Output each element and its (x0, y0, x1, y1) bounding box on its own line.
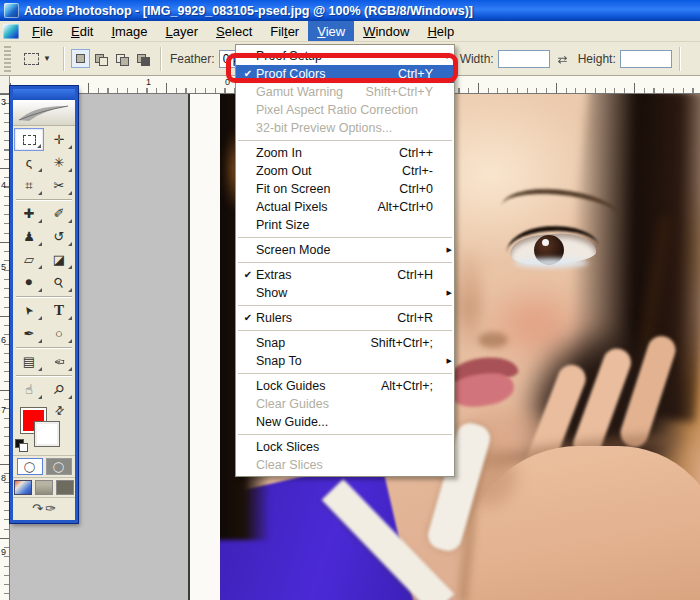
path-selection-tool[interactable]: ➤ (14, 299, 44, 322)
width-input[interactable] (498, 50, 550, 68)
view-menu-item-clear-guides[interactable]: Clear Guides (236, 395, 454, 413)
view-menu-item-new-guide[interactable]: New Guide... (236, 413, 454, 431)
menubar-item-edit[interactable]: Edit (62, 21, 102, 41)
dodge-tool[interactable]: ⚲ (44, 271, 74, 294)
zoom-tool[interactable]: ⚲ (44, 378, 74, 401)
menubar-item-view[interactable]: View (308, 21, 354, 41)
pen-tool[interactable]: ✒ (14, 322, 44, 345)
menu-item-label: Show (256, 284, 287, 302)
shape-tool[interactable]: ○ (44, 322, 74, 345)
view-menu-item-pixel-aspect-ratio-correction[interactable]: Pixel Aspect Ratio Correction (236, 101, 454, 119)
title-bar[interactable]: Adobe Photoshop - [IMG_9929_083105-psed.… (0, 0, 700, 21)
menu-item-label: Actual Pixels (256, 198, 328, 216)
blur-tool[interactable]: ⚫ (14, 271, 44, 294)
default-colors-icon[interactable] (15, 439, 27, 451)
menubar-item-file[interactable]: File (23, 21, 62, 41)
toolbox-title-bar[interactable] (13, 89, 75, 100)
color-swatches: ⇄ (13, 403, 75, 455)
imageready-button[interactable]: ↷ ✑ (13, 497, 75, 520)
add-to-selection-button[interactable] (92, 49, 111, 68)
submenu-arrow-icon: ▶ (443, 352, 452, 370)
standard-mode-button[interactable]: ◯ (17, 458, 43, 475)
ruler-number: 5 (1, 262, 6, 272)
magic-wand-tool-icon: ✳ (54, 156, 65, 169)
photoshop-feather-logo[interactable] (13, 100, 75, 126)
lasso-tool[interactable]: ς (14, 151, 44, 174)
view-menu-item-clear-slices[interactable]: Clear Slices (236, 456, 454, 474)
menu-item-label: Gamut Warning (256, 83, 343, 101)
ruler-number: 4 (1, 180, 6, 190)
menubar-item-layer[interactable]: Layer (157, 21, 208, 41)
photoshop-window: Adobe Photoshop - [IMG_9929_083105-psed.… (0, 0, 700, 600)
menu-item-label: Snap To (256, 352, 302, 370)
tool-group-separator (16, 199, 72, 200)
clone-stamp-tool[interactable]: ♟ (14, 225, 44, 248)
paint-bucket-tool[interactable]: ◪ (44, 248, 74, 271)
view-menu-item-lock-slices[interactable]: Lock Slices (236, 438, 454, 456)
swap-colors-icon[interactable]: ⇄ (52, 403, 68, 419)
view-menu-item-snap[interactable]: SnapShift+Ctrl+; (236, 334, 454, 352)
crop-tool[interactable]: ⌗ (14, 174, 44, 197)
background-color-swatch[interactable] (34, 421, 60, 447)
view-menu-item-zoom-out[interactable]: Zoom OutCtrl+- (236, 162, 454, 180)
menubar-item-select[interactable]: Select (207, 21, 261, 41)
view-menu-item-show[interactable]: Show▶ (236, 284, 454, 302)
options-bar-grip[interactable] (4, 46, 11, 72)
menu-item-shortcut: Ctrl+R (397, 309, 443, 327)
menu-item-label: Zoom In (256, 144, 302, 162)
view-menu-item-screen-mode[interactable]: Screen Mode▶ (236, 241, 454, 259)
shape-tool-icon: ○ (55, 327, 63, 340)
hand-tool[interactable]: ☝ (14, 378, 44, 401)
slice-tool-icon: ✂ (54, 179, 65, 192)
new-selection-button[interactable] (71, 49, 90, 68)
menu-item-label: Extras (256, 266, 291, 284)
view-menu-item-print-size[interactable]: Print Size (236, 216, 454, 234)
eraser-tool[interactable]: ▱ (14, 248, 44, 271)
vertical-ruler[interactable]: 3456789 (0, 94, 10, 600)
view-menu-item-fit-on-screen[interactable]: Fit on ScreenCtrl+0 (236, 180, 454, 198)
menu-item-shortcut: Ctrl+- (402, 162, 443, 180)
menubar-item-help[interactable]: Help (418, 21, 463, 41)
swap-width-height-icon[interactable]: ⇄ (558, 52, 568, 65)
view-menu-item-zoom-in[interactable]: Zoom InCtrl++ (236, 144, 454, 162)
hand-tool-icon: ☝ (25, 383, 33, 396)
menubar-item-image[interactable]: Image (102, 21, 156, 41)
menu-item-label: Pixel Aspect Ratio Correction (256, 101, 418, 119)
chevron-down-icon[interactable]: ▼ (43, 54, 51, 63)
view-menu-item-extras[interactable]: ✔ExtrasCtrl+H (236, 266, 454, 284)
eyedropper-tool[interactable]: ✑ (44, 350, 74, 373)
quick-mask-mode-button[interactable]: ◯ (46, 458, 72, 475)
menu-item-label: Clear Guides (256, 395, 329, 413)
menu-item-shortcut: Ctrl+H (397, 266, 443, 284)
magic-wand-tool[interactable]: ✳ (44, 151, 74, 174)
menu-item-label: Print Size (256, 216, 310, 234)
intersect-selection-button[interactable] (134, 49, 153, 68)
notes-tool-icon: ▤ (23, 355, 35, 368)
tool-preset-picker[interactable]: ▼ (19, 51, 56, 67)
view-menu-item-rulers[interactable]: ✔RulersCtrl+R (236, 309, 454, 327)
view-menu-item-actual-pixels[interactable]: Actual PixelsAlt+Ctrl+0 (236, 198, 454, 216)
move-tool[interactable]: ✛ (44, 128, 74, 151)
notes-tool[interactable]: ▤ (14, 350, 44, 373)
slice-tool[interactable]: ✂ (44, 174, 74, 197)
brush-tool[interactable]: ✐ (44, 202, 74, 225)
menubar-item-filter[interactable]: Filter (261, 21, 308, 41)
height-input[interactable] (620, 50, 672, 68)
fullscreen-mode-button[interactable] (56, 480, 74, 495)
divider (160, 47, 161, 71)
view-menu-item-snap-to[interactable]: Snap To▶ (236, 352, 454, 370)
subtract-from-selection-button[interactable] (113, 49, 132, 68)
history-brush-tool[interactable]: ↺ (44, 225, 74, 248)
view-menu-item-gamut-warning[interactable]: Gamut WarningShift+Ctrl+Y (236, 83, 454, 101)
document-icon[interactable] (3, 24, 19, 39)
tool-group-separator (16, 347, 72, 348)
rectangular-marquee-tool[interactable] (14, 128, 44, 151)
view-menu-item-32-bit-preview-options[interactable]: 32-bit Preview Options... (236, 119, 454, 137)
menubar-item-window[interactable]: Window (354, 21, 418, 41)
menu-separator (238, 330, 452, 331)
type-tool[interactable]: T (44, 299, 74, 322)
view-menu-item-lock-guides[interactable]: Lock GuidesAlt+Ctrl+; (236, 377, 454, 395)
fullscreen-with-menubar-button[interactable] (35, 480, 53, 495)
healing-brush-tool[interactable]: ✚ (14, 202, 44, 225)
standard-screen-mode-button[interactable] (14, 480, 32, 495)
